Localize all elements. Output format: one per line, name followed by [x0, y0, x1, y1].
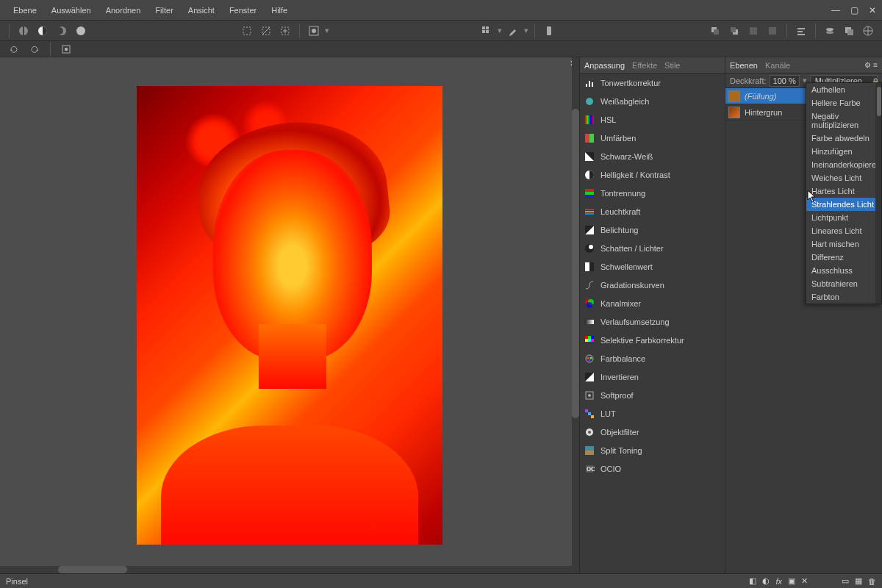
- adjustment-item-split[interactable]: Split Toning: [580, 441, 725, 459]
- blend-option[interactable]: Negativ multiplizieren: [806, 110, 881, 132]
- status-icon-4[interactable]: ▣: [788, 576, 795, 586]
- adjustment-item-hsl[interactable]: HSL: [580, 110, 725, 129]
- globe-icon[interactable]: [860, 23, 876, 39]
- status-icon-fx[interactable]: fx: [775, 577, 782, 586]
- adjustment-item-gradmap[interactable]: Verlaufsumsetzung: [580, 312, 725, 331]
- status-icon-add[interactable]: ▦: [855, 576, 862, 586]
- tool-circle-solid-icon[interactable]: [73, 23, 89, 39]
- align-back-icon[interactable]: [726, 23, 742, 39]
- adjustment-item-wb[interactable]: Weißabgleich: [580, 92, 725, 110]
- tab-ebenen[interactable]: Ebenen: [730, 61, 758, 70]
- menu-fenster[interactable]: Fenster: [222, 6, 264, 15]
- adjustment-item-posterize[interactable]: Tontrennung: [580, 184, 725, 202]
- blend-option[interactable]: Subtrahieren: [806, 277, 881, 290]
- adjustment-item-selectcol[interactable]: Selektive Farbkorrektur: [580, 331, 725, 349]
- redo-icon[interactable]: [26, 41, 43, 57]
- adjustment-item-bw[interactable]: Schwarz-Weiß: [580, 147, 725, 165]
- blend-option[interactable]: Aufhellen: [806, 83, 881, 96]
- status-icon-x[interactable]: ✕: [801, 576, 808, 586]
- svg-rect-44: [585, 211, 594, 212]
- status-icon-trash[interactable]: 🗑: [868, 577, 876, 586]
- blend-option[interactable]: Farbe abwedeln: [806, 132, 881, 145]
- menu-auswaehlen[interactable]: Auswählen: [44, 6, 98, 15]
- svg-rect-59: [588, 339, 591, 342]
- threshold-icon: [584, 262, 595, 272]
- reset-icon[interactable]: [6, 41, 22, 57]
- status-icon-folder[interactable]: ▭: [842, 576, 849, 586]
- scrollbar-vertical[interactable]: [572, 57, 579, 573]
- info-icon[interactable]: [541, 23, 557, 39]
- status-icon-1[interactable]: ◧: [749, 576, 756, 586]
- menu-ebene[interactable]: Ebene: [6, 6, 44, 15]
- adjustment-label: Invertieren: [600, 373, 639, 381]
- adjustment-item-threshold[interactable]: Schwellenwert: [580, 257, 725, 276]
- blend-option[interactable]: Ausschluss: [806, 264, 881, 277]
- tab-kanaele[interactable]: Kanäle: [765, 61, 790, 70]
- tool-moon-icon[interactable]: [54, 23, 70, 39]
- panel-settings-icon[interactable]: ⚙: [864, 61, 871, 69]
- zoom-fit-icon[interactable]: [58, 41, 74, 57]
- blend-mode-dropdown[interactable]: AufhellenHellere FarbeNegativ multiplizi…: [806, 82, 882, 304]
- maximize-button[interactable]: ▢: [850, 5, 858, 15]
- blend-option[interactable]: Hartes Licht: [806, 184, 881, 198]
- align-front-icon[interactable]: [707, 23, 723, 39]
- blend-option[interactable]: Weiches Licht: [806, 171, 881, 184]
- grid-icon[interactable]: [478, 23, 495, 39]
- menu-filter[interactable]: Filter: [148, 6, 180, 15]
- minimize-button[interactable]: —: [831, 5, 840, 15]
- adjustment-item-channelmix[interactable]: Kanalmixer: [580, 294, 725, 312]
- blend-option[interactable]: Strahlendes Licht: [806, 198, 881, 211]
- panel-menu-icon[interactable]: ≡: [873, 61, 878, 69]
- distribute-icon[interactable]: [793, 23, 809, 39]
- eye-dropper-icon[interactable]: [505, 23, 521, 39]
- adjustment-item-shadows[interactable]: Schatten / Lichter: [580, 239, 725, 257]
- blend-option[interactable]: Differenz: [806, 251, 881, 264]
- blend-option[interactable]: Hart mischen: [806, 237, 881, 251]
- tab-effekte[interactable]: Effekte: [632, 61, 657, 70]
- menu-hilfe[interactable]: Hilfe: [264, 6, 295, 15]
- adjustment-label: Tontrennung: [600, 189, 645, 198]
- menu-anordnen[interactable]: Anordnen: [98, 6, 148, 15]
- blend-option[interactable]: Hellere Farbe: [806, 96, 881, 110]
- status-icon-2[interactable]: ◐: [762, 576, 770, 586]
- adjustment-item-ocio[interactable]: ocOCIO: [580, 459, 725, 478]
- selection-rect-icon[interactable]: [239, 23, 255, 39]
- blend-option[interactable]: Ineinanderkopieren: [806, 158, 881, 171]
- blend-option[interactable]: Hinzufügen: [806, 145, 881, 158]
- adjustment-item-vibrance[interactable]: Leuchtkraft: [580, 202, 725, 220]
- ocio-icon: oc: [584, 464, 595, 474]
- svg-rect-13: [486, 26, 489, 29]
- tool-contrast-icon[interactable]: [35, 23, 51, 39]
- selection-move-icon[interactable]: [277, 23, 293, 39]
- canvas-area[interactable]: ✕: [0, 57, 579, 573]
- adjustment-item-exposure[interactable]: Belichtung: [580, 220, 725, 239]
- dropdown-scrollbar[interactable]: [877, 87, 881, 116]
- blend-option[interactable]: Farbton: [806, 290, 881, 304]
- adjustment-item-colorbal[interactable]: Farbbalance: [580, 349, 725, 368]
- blend-option[interactable]: Lineares Licht: [806, 224, 881, 237]
- menu-ansicht[interactable]: Ansicht: [181, 6, 222, 15]
- adjustment-item-invert[interactable]: Invertieren: [580, 368, 725, 386]
- adjustment-item-levels[interactable]: Tonwertkorrektur: [580, 74, 725, 92]
- layers-copy-icon[interactable]: [841, 23, 857, 39]
- adjustment-item-curves[interactable]: Gradationskurven: [580, 276, 725, 294]
- adjustment-item-softproof[interactable]: Softproof: [580, 386, 725, 404]
- quick-mask-icon[interactable]: [306, 23, 322, 39]
- adjustment-item-recolor[interactable]: Umfärben: [580, 129, 725, 147]
- opacity-label: Deckkraft:: [730, 76, 767, 85]
- selection-diag-icon[interactable]: [258, 23, 274, 39]
- tool-circle-1-icon[interactable]: [15, 23, 32, 39]
- layers-stack-icon[interactable]: [822, 23, 838, 39]
- svg-point-36: [586, 98, 593, 105]
- tab-stile[interactable]: Stile: [664, 61, 680, 70]
- blend-option[interactable]: Lichtpunkt: [806, 211, 881, 224]
- adjustment-item-lut[interactable]: LUT: [580, 404, 725, 423]
- opacity-value[interactable]: 100 %: [770, 75, 800, 87]
- svg-rect-54: [585, 320, 594, 324]
- adjustment-item-bc[interactable]: Helligkeit / Kontrast: [580, 165, 725, 184]
- svg-line-8: [262, 27, 270, 35]
- tab-anpassung[interactable]: Anpassung: [584, 61, 625, 70]
- close-button[interactable]: ✕: [869, 5, 876, 15]
- scrollbar-horizontal[interactable]: [0, 566, 579, 573]
- adjustment-item-lens[interactable]: Objektfilter: [580, 423, 725, 441]
